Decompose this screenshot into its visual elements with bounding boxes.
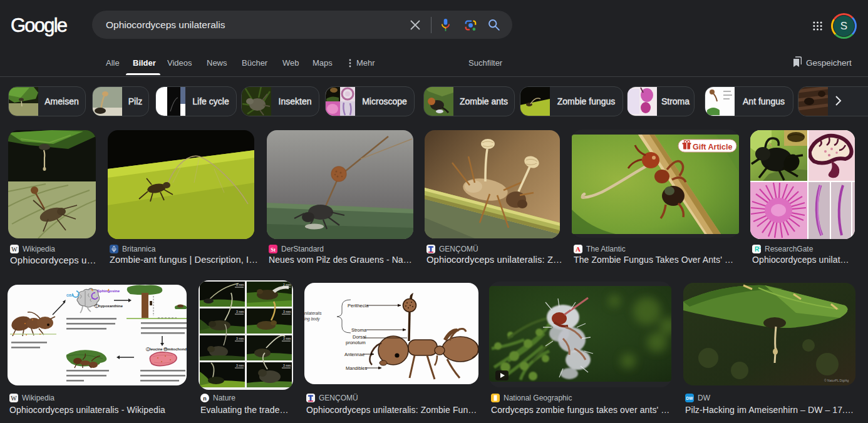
svg-text:Perithecia: Perithecia (348, 303, 369, 308)
svg-text:Dorsal: Dorsal (353, 334, 366, 340)
svg-text:Mandibles: Mandibles (346, 365, 367, 371)
svg-text:A: A (576, 245, 581, 253)
svg-text:Antennae: Antennae (344, 352, 364, 357)
svg-text:St: St (271, 247, 276, 253)
svg-text:W: W (11, 246, 18, 253)
svg-text:pronotum: pronotum (346, 340, 366, 345)
svg-text:Gift Article: Gift Article (693, 143, 732, 151)
svg-text:ⓛleucine ⓜmitochondria: ⓛleucine ⓜmitochondria (146, 347, 187, 352)
svg-text:© NaturPL DigiAg: © NaturPL DigiAg (824, 379, 849, 382)
svg-text:W: W (11, 395, 17, 402)
svg-text:ing body: ing body (304, 317, 320, 322)
svg-text:n: n (203, 395, 207, 402)
svg-text:nilateralis: nilateralis (304, 311, 322, 315)
svg-text:Stroma: Stroma (351, 327, 367, 333)
svg-text:DW: DW (686, 396, 694, 400)
svg-text:G: G (758, 246, 761, 250)
svg-text:3 mm: 3 mm (283, 364, 291, 367)
svg-text:3 mm: 3 mm (236, 364, 244, 367)
svg-text:3 mm: 3 mm (236, 310, 244, 313)
svg-text:3 mm: 3 mm (236, 283, 244, 287)
svg-text:3 mm: 3 mm (283, 337, 291, 340)
svg-text:3 mm: 3 mm (236, 337, 244, 340)
svg-text:ⓘhypoxanthine: ⓘhypoxanthine (95, 303, 123, 308)
svg-text:3 mm: 3 mm (283, 310, 291, 313)
svg-text:2 mm: 2 mm (283, 283, 291, 287)
